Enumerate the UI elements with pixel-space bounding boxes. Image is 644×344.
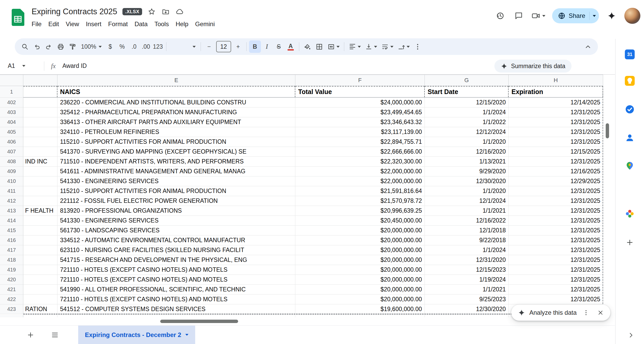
- cell-naics[interactable]: 115210 - SUPPORT ACTIVITIES FOR ANIMAL P…: [57, 186, 295, 196]
- cell-expiration[interactable]: 12/15/2025: [509, 147, 603, 157]
- horizontal-align-button[interactable]: [347, 40, 363, 53]
- borders-button[interactable]: [313, 40, 325, 53]
- row-number[interactable]: 422: [0, 295, 23, 304]
- column-header-f[interactable]: F: [295, 75, 425, 86]
- cell-expiration[interactable]: 12/31/2025: [509, 255, 603, 265]
- cell-vendor-partial[interactable]: [23, 167, 57, 176]
- cell-start-date[interactable]: 1/13/2021: [425, 157, 509, 167]
- header-cell-total-value[interactable]: Total Value: [295, 86, 425, 97]
- cell-expiration[interactable]: 12/31/2025: [509, 127, 603, 137]
- sheet-tab-caret-icon[interactable]: [185, 334, 188, 336]
- move-folder-icon[interactable]: [161, 7, 170, 16]
- cell-naics[interactable]: 721110 - HOTELS (EXCEPT CASINO HOTELS) A…: [57, 295, 295, 304]
- cell-expiration[interactable]: 12/31/2025: [509, 108, 603, 117]
- cell-total-value[interactable]: $22,000,000.00: [295, 176, 425, 186]
- cell-naics[interactable]: 336413 - OTHER AIRCRAFT PARTS AND AUXILI…: [57, 117, 295, 127]
- cell-naics[interactable]: 334512 - AUTOMATIC ENVIRONMENTAL CONTROL…: [57, 235, 295, 245]
- cell-naics[interactable]: 324110 - PETROLEUM REFINERIES: [57, 127, 295, 137]
- cell-start-date[interactable]: 1/1/2024: [425, 108, 509, 117]
- cell-naics[interactable]: 721110 - HOTELS (EXCEPT CASINO HOTELS) A…: [57, 265, 295, 275]
- cell-vendor-partial[interactable]: [23, 176, 57, 186]
- cell-vendor-partial[interactable]: [23, 255, 57, 265]
- header-cell-expiration[interactable]: Expiration: [509, 86, 603, 97]
- row-number[interactable]: 410: [0, 176, 23, 186]
- cell-total-value[interactable]: $20,000,000.00: [295, 285, 425, 295]
- cell-start-date[interactable]: 12/30/2020: [425, 176, 509, 186]
- cell-total-value[interactable]: $21,591,816.64: [295, 186, 425, 196]
- collapse-toolbar-button[interactable]: [582, 40, 594, 53]
- cell-expiration[interactable]: 12/29/2025: [509, 176, 603, 186]
- text-rotation-button[interactable]: [396, 40, 412, 53]
- undo-button[interactable]: [31, 40, 43, 53]
- format-currency-button[interactable]: $: [104, 40, 116, 53]
- contacts-icon[interactable]: [624, 132, 635, 144]
- cell-naics[interactable]: 561730 - LANDSCAPING SERVICES: [57, 226, 295, 235]
- row-number[interactable]: 418: [0, 255, 23, 265]
- cell-total-value[interactable]: $19,600,000.00: [295, 304, 425, 314]
- toolbar-more-button[interactable]: [412, 40, 424, 53]
- cell-vendor-partial[interactable]: [23, 196, 57, 206]
- cell-total-value[interactable]: $23,346,643.32: [295, 117, 425, 127]
- cell-total-value[interactable]: $20,000,000.00: [295, 245, 425, 255]
- cell-expiration[interactable]: 12/31/2025: [509, 285, 603, 295]
- fill-color-button[interactable]: [302, 40, 313, 53]
- cell-expiration[interactable]: 12/31/2025: [509, 235, 603, 245]
- cell-expiration[interactable]: 12/31/2025: [509, 295, 603, 304]
- cell-start-date[interactable]: 9/25/2023: [425, 295, 509, 304]
- cell-start-date[interactable]: 1/1/2020: [425, 137, 509, 147]
- cell-start-date[interactable]: 12/31/2020: [425, 255, 509, 265]
- document-title[interactable]: Expiring Contracts 2025: [32, 7, 117, 16]
- merge-cells-button[interactable]: [325, 40, 342, 53]
- cell-vendor-partial[interactable]: [23, 216, 57, 226]
- add-sheet-button[interactable]: [24, 328, 37, 342]
- row-number[interactable]: 1: [0, 86, 23, 98]
- cell-expiration[interactable]: 12/31/2025: [509, 186, 603, 196]
- menu-item-data[interactable]: Data: [131, 19, 151, 29]
- analyze-data-popup[interactable]: Analyze this data: [511, 305, 610, 321]
- cell-start-date[interactable]: 12/1/2018: [425, 226, 509, 235]
- cell-naics[interactable]: 813920 - PROFESSIONAL ORGANIZATIONS: [57, 206, 295, 216]
- cell-naics[interactable]: 115210 - SUPPORT ACTIVITIES FOR ANIMAL P…: [57, 137, 295, 147]
- row-number[interactable]: 419: [0, 265, 23, 275]
- row-number[interactable]: 411: [0, 186, 23, 196]
- cell-vendor-partial[interactable]: [23, 117, 57, 127]
- search-icon[interactable]: [19, 40, 31, 53]
- cell-start-date[interactable]: 1/1/2021: [425, 285, 509, 295]
- cell-total-value[interactable]: $20,996,639.25: [295, 206, 425, 216]
- menu-item-format[interactable]: Format: [105, 19, 131, 29]
- column-header-g[interactable]: G: [425, 75, 509, 86]
- cell-start-date[interactable]: 1/1/2021: [425, 206, 509, 216]
- text-color-button[interactable]: A: [285, 40, 297, 53]
- paint-format-button[interactable]: [67, 40, 78, 53]
- cell-naics[interactable]: 623110 - NURSING CARE FACILITIES (SKILLE…: [57, 245, 295, 255]
- header-cell-start-date[interactable]: Start Date: [425, 86, 509, 97]
- gemini-spark-icon[interactable]: [606, 10, 618, 22]
- vertical-align-button[interactable]: [363, 40, 379, 53]
- row-number[interactable]: 403: [0, 108, 23, 117]
- row-number[interactable]: 408: [0, 157, 23, 167]
- row-number[interactable]: 417: [0, 245, 23, 255]
- cell-vendor-partial[interactable]: [23, 147, 57, 157]
- row-number[interactable]: 402: [0, 98, 23, 108]
- cell-naics[interactable]: 236220 - COMMERCIAL AND INSTITUTIONAL BU…: [57, 98, 295, 108]
- row-number[interactable]: 412: [0, 196, 23, 206]
- share-button[interactable]: Share: [552, 8, 599, 23]
- column-header-corner[interactable]: [0, 75, 23, 86]
- cell-naics[interactable]: 221112 - FOSSIL FUEL ELECTRIC POWER GENE…: [57, 196, 295, 206]
- cell-naics[interactable]: 721110 - HOTELS (EXCEPT CASINO HOTELS) A…: [57, 275, 295, 285]
- cell-expiration[interactable]: 12/31/2025: [509, 196, 603, 206]
- cell-naics[interactable]: 541990 - ALL OTHER PROFESSIONAL, SCIENTI…: [57, 285, 295, 295]
- sheet-tab-active[interactable]: Expiring Contracts - December 2: [78, 326, 195, 344]
- cell-expiration[interactable]: 12/31/2025: [509, 226, 603, 235]
- account-avatar[interactable]: [624, 8, 640, 24]
- menu-item-file[interactable]: File: [28, 19, 45, 29]
- cell-total-value[interactable]: $22,666,666.00: [295, 147, 425, 157]
- maps-icon[interactable]: [624, 160, 635, 171]
- cell-start-date[interactable]: 12/16/2020: [425, 147, 509, 157]
- zoom-select[interactable]: 100%: [78, 40, 104, 53]
- cell-expiration[interactable]: 12/31/2025: [509, 275, 603, 285]
- tasks-icon[interactable]: [624, 104, 635, 115]
- row-number[interactable]: 423: [0, 304, 23, 314]
- cell-vendor-partial[interactable]: IND INC: [23, 157, 57, 167]
- cell-expiration[interactable]: 12/31/2025: [509, 245, 603, 255]
